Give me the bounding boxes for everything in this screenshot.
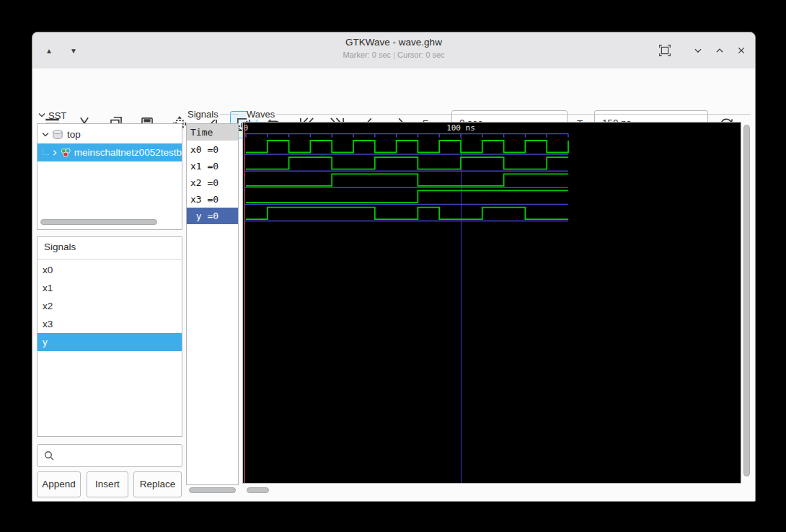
maximize-button[interactable] [712, 43, 728, 58]
signal-list-item-x2[interactable]: x2 [37, 297, 182, 315]
close-icon [733, 43, 749, 58]
signal-list-item-y[interactable]: y [37, 333, 182, 351]
sst-header[interactable]: SST [38, 109, 66, 122]
header-divider [37, 259, 182, 260]
sst-tree-panel: top meinschaltnetz0052testb [37, 123, 182, 230]
chevron-down-icon [690, 43, 706, 58]
waves-vscrollbar-thumb[interactable] [743, 125, 750, 476]
titlebar[interactable]: ▲ ▼ GTKWave - wave.ghw Marker: 0 sec | C… [32, 32, 755, 69]
tree-item-label: meinschaltnetz0052testb [74, 147, 182, 158]
module-spheres-icon [61, 147, 71, 159]
signal-list-item-x0[interactable]: x0 [37, 261, 182, 279]
replace-button[interactable]: Replace [133, 471, 182, 497]
window-title: GTKWave - wave.ghw [32, 37, 755, 48]
tree-item-top[interactable]: top [37, 125, 182, 143]
collapse-chevron-icon [38, 112, 45, 118]
signal-search-input[interactable] [37, 444, 182, 467]
marker-status: Marker: 0 sec [343, 50, 391, 59]
trace-name-panel: Time x0 =0 x1 =0 x2 =0 x3 =0 y =0 [186, 123, 239, 485]
trace-row-x3[interactable]: x3 =0 [187, 191, 238, 208]
tree-connector [42, 147, 50, 159]
status-separator: | [393, 50, 395, 59]
signal-list-panel: Signals x0 x1 x2 x3 y [37, 236, 182, 437]
toolbar: From: 0 sec To: 150 ns [32, 68, 755, 107]
waveform-svg: 0100 ns [243, 123, 741, 483]
frame-line [220, 114, 239, 115]
signal-list-item-x3[interactable]: x3 [37, 315, 182, 333]
search-icon [43, 450, 55, 461]
scope-cylinder-icon [52, 129, 63, 141]
minimize-button[interactable] [690, 43, 706, 58]
trace-row-x0[interactable]: x0 =0 [187, 141, 238, 158]
trace-row-y[interactable]: y =0 [187, 208, 238, 224]
sst-header-label: SST [48, 110, 66, 121]
tree-item-testbench[interactable]: meinschaltnetz0052testb [37, 143, 182, 161]
expand-chevron-icon[interactable] [53, 149, 58, 156]
waveform-canvas[interactable]: 0100 ns [242, 122, 741, 484]
close-button[interactable] [733, 43, 749, 58]
trace-row-x2[interactable]: x2 =0 [187, 174, 238, 191]
gtkwave-window: ▲ ▼ GTKWave - wave.ghw Marker: 0 sec | C… [32, 32, 756, 502]
fit-window-button[interactable] [657, 43, 673, 58]
trace-panel-hscrollbar-thumb[interactable] [189, 487, 236, 493]
time-column-header[interactable]: Time [187, 124, 238, 141]
expand-chevron-icon[interactable] [42, 132, 49, 138]
waves-panel-header: Waves [247, 109, 275, 120]
status-line: Marker: 0 sec | Cursor: 0 sec [32, 50, 755, 59]
waves-hscrollbar-thumb[interactable] [247, 487, 269, 493]
frame-line [276, 114, 751, 115]
sst-hscrollbar-thumb[interactable] [40, 219, 157, 225]
append-button[interactable]: Append [37, 471, 81, 497]
trace-panel-header: Signals [187, 109, 218, 120]
insert-button[interactable]: Insert [87, 471, 128, 497]
tree-item-label: top [67, 129, 81, 140]
signal-list-item-x1[interactable]: x1 [37, 279, 182, 297]
fit-window-icon [657, 43, 673, 58]
chevron-up-icon [712, 43, 728, 58]
cursor-status: Cursor: 0 sec [397, 50, 444, 59]
trace-row-x1[interactable]: x1 =0 [187, 158, 238, 174]
svg-text:100 ns: 100 ns [446, 123, 475, 133]
desktop: { "window": { "title": "GTKWave - wave.g… [0, 0, 786, 532]
signal-list-header: Signals [44, 241, 76, 252]
